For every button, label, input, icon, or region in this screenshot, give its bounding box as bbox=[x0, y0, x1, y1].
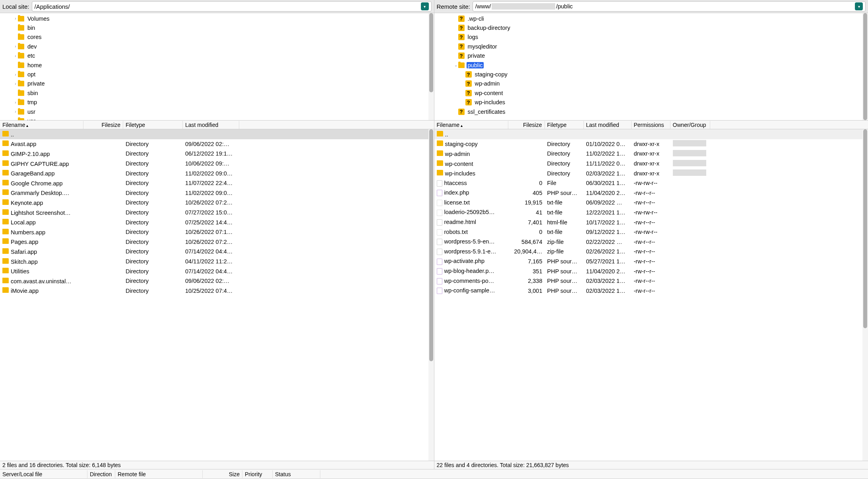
remote-list-scrollbar[interactable] bbox=[862, 129, 868, 461]
file-row[interactable]: Numbers.appDirectory10/26/2022 07:1… bbox=[0, 227, 434, 237]
file-row[interactable]: Lightshot Screenshot…Directory07/27/2022… bbox=[0, 208, 434, 218]
local-file-list[interactable]: ..Avast.appDirectory09/06/2022 02:…GIMP-… bbox=[0, 129, 434, 461]
expand-toggle[interactable]: › bbox=[13, 100, 18, 105]
remote-file-list[interactable]: ..staging-copyDirectory01/10/2022 0…drwx… bbox=[434, 129, 868, 461]
file-row[interactable]: wordpress-5.9-en…584,674zip-file02/22/20… bbox=[434, 237, 868, 247]
file-row[interactable]: wp-adminDirectory11/02/2022 1…drwxr-xr-x bbox=[434, 149, 868, 159]
file-row[interactable]: Skitch.appDirectory04/11/2022 11:2… bbox=[0, 257, 434, 267]
tree-item[interactable]: ›etc bbox=[0, 51, 434, 60]
queue-col-status[interactable]: Status bbox=[273, 470, 320, 478]
tree-item[interactable]: cores bbox=[0, 33, 434, 42]
remote-tree-scrollbar[interactable] bbox=[862, 13, 868, 120]
tree-item[interactable]: var bbox=[0, 116, 434, 121]
file-row[interactable]: GarageBand.appDirectory11/02/2022 09:0… bbox=[0, 168, 434, 178]
remote-path-input-wrap[interactable]: /www/ /public ▾ bbox=[473, 1, 866, 12]
file-row[interactable]: Grammarly Desktop.…Directory11/02/2022 0… bbox=[0, 188, 434, 198]
file-row[interactable]: wp-contentDirectory11/11/2022 0…drwxr-xr… bbox=[434, 159, 868, 169]
tree-item[interactable]: .wp-cli bbox=[434, 14, 868, 23]
tree-item[interactable]: ›dev bbox=[0, 42, 434, 51]
file-row[interactable]: Google Chrome.appDirectory11/07/2022 22:… bbox=[0, 178, 434, 188]
file-row[interactable]: Safari.appDirectory07/14/2022 04:4… bbox=[0, 247, 434, 257]
tree-item[interactable]: backup-directory bbox=[434, 23, 868, 32]
col-owner[interactable]: Owner/Group bbox=[670, 121, 710, 129]
tree-item[interactable]: sbin bbox=[0, 88, 434, 97]
filename-label: Local.app bbox=[11, 219, 36, 226]
file-row[interactable]: htaccess0File06/30/2021 1…-rw-rw-r-- bbox=[434, 178, 868, 188]
file-row[interactable]: Avast.appDirectory09/06/2022 02:… bbox=[0, 139, 434, 149]
file-row[interactable]: wp-blog-header.p…351PHP sour…11/04/2020 … bbox=[434, 266, 868, 276]
file-row[interactable]: wp-activate.php7,165PHP sour…05/27/2021 … bbox=[434, 257, 868, 267]
tree-item[interactable]: ›tmp bbox=[0, 98, 434, 107]
file-row[interactable]: Pages.appDirectory10/26/2022 07:2… bbox=[0, 237, 434, 247]
parent-dir-row[interactable]: .. bbox=[434, 129, 868, 139]
expand-toggle[interactable]: › bbox=[13, 72, 18, 77]
queue-col-priority[interactable]: Priority bbox=[242, 470, 273, 478]
tree-item[interactable]: mysqleditor bbox=[434, 42, 868, 51]
file-row[interactable]: Keynote.appDirectory10/26/2022 07:2… bbox=[0, 198, 434, 208]
col-permissions[interactable]: Permissions bbox=[632, 121, 670, 129]
tree-item[interactable]: staging-copy bbox=[434, 70, 868, 79]
expand-toggle[interactable]: › bbox=[13, 82, 18, 86]
tree-item[interactable]: home bbox=[0, 60, 434, 70]
tree-item[interactable]: ›opt bbox=[0, 70, 434, 79]
local-path-input-wrap[interactable]: ▾ bbox=[32, 1, 432, 12]
remote-tree[interactable]: .wp-clibackup-directorylogsmysqleditorpr… bbox=[434, 13, 868, 121]
file-row[interactable]: wp-includesDirectory02/03/2022 1…drwxr-x… bbox=[434, 168, 868, 178]
tree-item[interactable]: private bbox=[434, 51, 868, 60]
expand-toggle[interactable]: ⌄ bbox=[453, 63, 458, 67]
remote-path-dropdown-button[interactable]: ▾ bbox=[855, 2, 863, 10]
file-row[interactable]: loaderio-25092b5…41txt-file12/22/2021 1…… bbox=[434, 208, 868, 218]
scrollbar-thumb[interactable] bbox=[429, 13, 433, 92]
col-filesize[interactable]: Filesize bbox=[83, 121, 123, 129]
file-row[interactable]: readme.html7,401html-file10/17/2022 1…-r… bbox=[434, 217, 868, 227]
tree-item[interactable]: logs bbox=[434, 33, 868, 42]
local-tree[interactable]: ›Volumesbincores›dev›etchome›opt›private… bbox=[0, 13, 434, 121]
file-row[interactable]: GIMP-2.10.appDirectory06/12/2022 19:1… bbox=[0, 149, 434, 159]
queue-col-remote[interactable]: Remote file bbox=[115, 470, 203, 478]
col-filetype[interactable]: Filetype bbox=[123, 121, 183, 129]
tree-item[interactable]: ⌄public bbox=[434, 60, 868, 70]
col-filetype[interactable]: Filetype bbox=[545, 121, 584, 129]
file-row[interactable]: index.php405PHP sour…11/04/2020 2…-rw-r-… bbox=[434, 188, 868, 198]
local-list-scrollbar[interactable] bbox=[428, 129, 434, 461]
file-row[interactable]: wp-comments-po…2,338PHP sour…02/03/2022 … bbox=[434, 276, 868, 286]
file-row[interactable]: staging-copyDirectory01/10/2022 0…drwxr-… bbox=[434, 139, 868, 149]
queue-col-direction[interactable]: Direction bbox=[87, 470, 115, 478]
expand-toggle[interactable]: › bbox=[13, 54, 18, 58]
tree-item[interactable]: wp-admin bbox=[434, 79, 868, 88]
local-path-dropdown-button[interactable]: ▾ bbox=[421, 2, 429, 10]
expand-toggle[interactable]: › bbox=[13, 16, 18, 21]
file-row[interactable]: GIPHY CAPTURE.appDirectory10/06/2022 09:… bbox=[0, 159, 434, 169]
tree-item[interactable]: wp-content bbox=[434, 88, 868, 97]
tree-item[interactable]: ›usr bbox=[0, 107, 434, 116]
queue-col-size[interactable]: Size bbox=[203, 470, 242, 478]
col-filesize[interactable]: Filesize bbox=[508, 121, 545, 129]
tree-item[interactable]: ›Volumes bbox=[0, 14, 434, 23]
file-row[interactable]: wordpress-5.9.1-e…20,904,4…zip-file02/26… bbox=[434, 247, 868, 257]
scrollbar-thumb[interactable] bbox=[863, 129, 867, 328]
file-row[interactable]: license.txt19,915txt-file06/09/2022 …-rw… bbox=[434, 198, 868, 208]
expand-toggle[interactable]: › bbox=[13, 109, 18, 114]
parent-dir-row[interactable]: .. bbox=[0, 129, 434, 139]
local-tree-scrollbar[interactable] bbox=[428, 13, 434, 120]
local-path-input[interactable] bbox=[35, 3, 421, 10]
file-row[interactable]: com.avast.av.uninstal…Directory09/06/202… bbox=[0, 276, 434, 286]
file-row[interactable]: iMovie.appDirectory10/25/2022 07:4… bbox=[0, 286, 434, 296]
tree-item[interactable]: ssl_certificates bbox=[434, 107, 868, 116]
col-lastmod[interactable]: Last modified bbox=[183, 121, 239, 129]
tree-item[interactable]: bin bbox=[0, 23, 434, 32]
tree-item[interactable]: ›private bbox=[0, 79, 434, 88]
scrollbar-thumb[interactable] bbox=[429, 129, 433, 361]
scrollbar-thumb[interactable] bbox=[863, 13, 867, 120]
file-row[interactable]: wp-config-sample…3,001PHP sour…02/03/202… bbox=[434, 286, 868, 296]
file-row[interactable]: UtilitiesDirectory07/14/2022 04:4… bbox=[0, 266, 434, 276]
file-row[interactable]: Local.appDirectory07/25/2022 14:4… bbox=[0, 217, 434, 227]
col-filename[interactable]: Filename bbox=[434, 121, 508, 129]
col-filename[interactable]: Filename bbox=[0, 121, 83, 129]
redacted-text bbox=[492, 3, 555, 10]
tree-item[interactable]: wp-includes bbox=[434, 98, 868, 107]
file-row[interactable]: robots.txt0txt-file09/12/2022 1…-rw-rw-r… bbox=[434, 227, 868, 237]
expand-toggle[interactable]: › bbox=[13, 44, 18, 49]
queue-col-file[interactable]: Server/Local file bbox=[0, 470, 87, 478]
col-lastmod[interactable]: Last modified bbox=[584, 121, 632, 129]
